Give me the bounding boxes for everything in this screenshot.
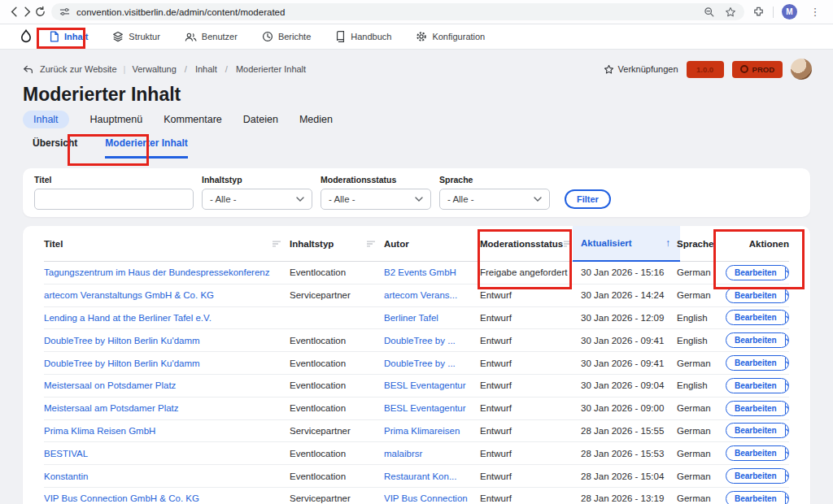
- chevron-down-icon[interactable]: [785, 379, 789, 393]
- column-header-sprache[interactable]: Sprache: [677, 226, 726, 262]
- tab-hauptmenu[interactable]: Hauptmenü: [90, 114, 143, 125]
- chevron-down-icon[interactable]: [785, 492, 789, 504]
- bookmark-star-icon[interactable]: [725, 7, 736, 18]
- content-title-link[interactable]: VIP Bus Connection GmbH & Co. KG: [44, 493, 290, 503]
- browser-profile-avatar[interactable]: M: [782, 4, 797, 20]
- bearbeiten-split-button[interactable]: Bearbeiten: [726, 378, 789, 393]
- chevron-down-icon[interactable]: [785, 469, 789, 483]
- content-title-link[interactable]: Meistersaal am Potsdamer Platz: [44, 403, 290, 413]
- content-title-link[interactable]: BESTIVAL: [44, 449, 290, 458]
- author-link[interactable]: malaibrsr: [384, 449, 480, 458]
- column-header-inhaltstyp[interactable]: Inhaltstyp: [290, 226, 384, 262]
- bearbeiten-split-button[interactable]: Bearbeiten: [726, 468, 789, 484]
- content-title-link[interactable]: DoubleTree by Hilton Berlin Ku'damm: [44, 358, 290, 368]
- address-bar[interactable]: convention.visitberlin.de/admin/content/…: [51, 3, 744, 20]
- column-header-moderationsstatus[interactable]: Moderationsstatus: [480, 226, 581, 262]
- bearbeiten-button-label[interactable]: Bearbeiten: [726, 289, 785, 302]
- content-title-link[interactable]: artecom Veranstaltungs GmbH & Co. KG: [44, 290, 290, 300]
- bearbeiten-split-button[interactable]: Bearbeiten: [726, 332, 789, 348]
- filter-status-select[interactable]: - Alle -: [321, 189, 431, 210]
- author-link[interactable]: B2 Events GmbH: [384, 267, 480, 277]
- toolbar-item-handbuch[interactable]: Handbuch: [332, 31, 395, 42]
- tab-uebersicht[interactable]: Übersicht: [33, 137, 77, 156]
- author-link[interactable]: Restaurant Kon...: [384, 471, 480, 481]
- forward-icon[interactable]: [21, 2, 34, 22]
- bearbeiten-split-button[interactable]: Bearbeiten: [726, 265, 789, 280]
- user-avatar[interactable]: [791, 59, 812, 80]
- drupal-logo-icon[interactable]: [18, 28, 34, 45]
- content-title-link[interactable]: Konstantin: [44, 471, 290, 481]
- bearbeiten-button-label[interactable]: Bearbeiten: [726, 424, 785, 437]
- chevron-down-icon[interactable]: [785, 289, 789, 302]
- extensions-icon[interactable]: [752, 6, 765, 18]
- reload-icon[interactable]: [33, 2, 46, 22]
- chevron-down-icon[interactable]: [785, 333, 789, 347]
- author-link[interactable]: DoubleTree by ...: [384, 336, 480, 345]
- bearbeiten-split-button[interactable]: Bearbeiten: [726, 288, 789, 303]
- browser-menu-icon[interactable]: ⋮: [805, 2, 825, 22]
- bearbeiten-split-button[interactable]: Bearbeiten: [726, 401, 789, 416]
- author-link[interactable]: Prima Klimareisen: [384, 426, 480, 436]
- sort-icon[interactable]: [367, 241, 376, 247]
- bearbeiten-button-label[interactable]: Bearbeiten: [726, 311, 785, 324]
- toolbar-item-benutzer[interactable]: Benutzer: [181, 32, 241, 42]
- tab-dateien[interactable]: Dateien: [243, 114, 278, 125]
- filter-title-input[interactable]: [34, 189, 194, 210]
- bearbeiten-button-label[interactable]: Bearbeiten: [726, 402, 785, 415]
- author-link[interactable]: DoubleTree by ...: [384, 358, 480, 368]
- chevron-down-icon[interactable]: [785, 356, 789, 370]
- content-title-link[interactable]: Prima Klima Reisen GmbH: [44, 426, 290, 436]
- back-to-site-link[interactable]: Zurück zur Website: [40, 64, 117, 74]
- filter-language-select[interactable]: - Alle -: [439, 189, 550, 210]
- chevron-down-icon[interactable]: [785, 424, 789, 437]
- toolbar-item-struktur[interactable]: Struktur: [109, 31, 164, 42]
- filter-type-select[interactable]: - Alle -: [202, 189, 312, 210]
- bearbeiten-button-label[interactable]: Bearbeiten: [726, 492, 785, 504]
- author-link[interactable]: artecom Verans...: [384, 290, 480, 300]
- toolbar-item-inhalt[interactable]: Inhalt: [46, 31, 91, 42]
- bearbeiten-split-button[interactable]: Bearbeiten: [726, 445, 789, 461]
- bearbeiten-button-label[interactable]: Bearbeiten: [726, 446, 785, 460]
- bearbeiten-button-label[interactable]: Bearbeiten: [726, 379, 785, 393]
- chevron-down-icon[interactable]: [785, 311, 789, 324]
- bearbeiten-split-button[interactable]: Bearbeiten: [726, 491, 789, 504]
- toolbar-item-konfiguration[interactable]: Konfiguration: [412, 31, 488, 42]
- url-text[interactable]: convention.visitberlin.de/admin/content/…: [76, 7, 704, 17]
- zoom-out-icon[interactable]: [704, 7, 715, 18]
- column-header-autor[interactable]: Autor: [384, 226, 480, 262]
- column-header-titel[interactable]: Titel: [44, 226, 290, 262]
- site-info-icon[interactable]: [59, 7, 70, 17]
- bearbeiten-button-label[interactable]: Bearbeiten: [726, 356, 785, 370]
- content-title-link[interactable]: Lending a Hand at the Berliner Tafel e.V…: [44, 313, 290, 323]
- bearbeiten-button-label[interactable]: Bearbeiten: [726, 266, 785, 280]
- sort-icon[interactable]: [564, 241, 573, 247]
- shortcuts-button[interactable]: Verknüpfungen: [604, 64, 678, 75]
- author-link[interactable]: BESL Eventagentur: [384, 403, 480, 413]
- content-title-link[interactable]: Meistersaal on Potsdamer Platz: [44, 380, 290, 390]
- filter-submit-button[interactable]: Filter: [565, 189, 611, 209]
- toolbar-item-berichte[interactable]: Berichte: [259, 31, 314, 42]
- bearbeiten-split-button[interactable]: Bearbeiten: [726, 423, 789, 438]
- bearbeiten-split-button[interactable]: Bearbeiten: [726, 355, 789, 371]
- sort-ascending-icon[interactable]: ↑: [665, 237, 670, 249]
- tab-medien[interactable]: Medien: [299, 114, 333, 125]
- back-icon[interactable]: [8, 2, 21, 22]
- author-link[interactable]: VIP Bus Connection: [384, 493, 480, 503]
- breadcrumb-verwaltung[interactable]: Verwaltung: [132, 64, 176, 74]
- content-title-link[interactable]: Tagungszentrum im Haus der Bundespressek…: [44, 267, 290, 277]
- sort-icon[interactable]: [273, 241, 281, 247]
- bearbeiten-button-label[interactable]: Bearbeiten: [726, 469, 785, 483]
- bearbeiten-button-label[interactable]: Bearbeiten: [726, 333, 785, 347]
- chevron-down-icon[interactable]: [785, 266, 789, 280]
- bearbeiten-split-button[interactable]: Bearbeiten: [726, 310, 789, 325]
- author-link[interactable]: BESL Eventagentur: [384, 380, 480, 390]
- tab-kommentare[interactable]: Kommentare: [164, 114, 222, 125]
- breadcrumb-inhalt[interactable]: Inhalt: [195, 64, 217, 74]
- author-link[interactable]: Berliner Tafel: [384, 313, 480, 323]
- tab-inhalt[interactable]: Inhalt: [23, 111, 69, 128]
- tab-moderierter-inhalt[interactable]: Moderierter Inhalt: [105, 137, 187, 159]
- chevron-down-icon[interactable]: [785, 446, 789, 460]
- chevron-down-icon[interactable]: [785, 402, 789, 415]
- column-header-aktualisiert[interactable]: Aktualisiert ↑: [573, 226, 680, 262]
- content-title-link[interactable]: DoubleTree by Hilton Berlin Ku'damm: [44, 336, 290, 345]
